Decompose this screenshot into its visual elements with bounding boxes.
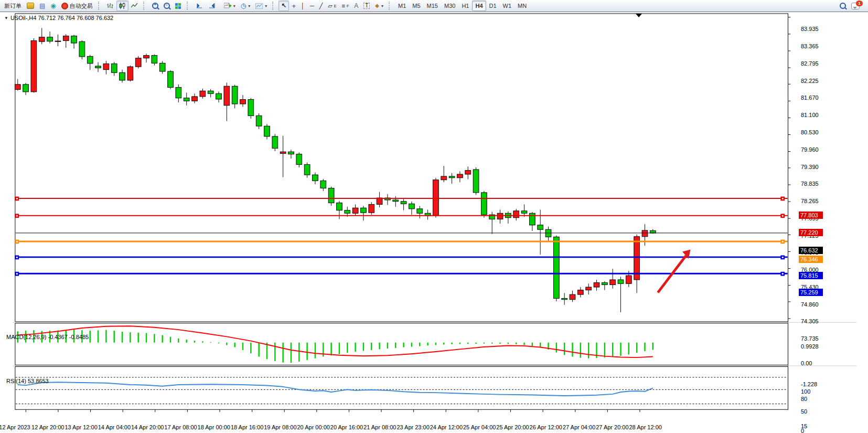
horizontal-line-icon: ─ xyxy=(310,3,314,9)
resistance-1-price-badge: 77.803 xyxy=(799,212,823,219)
support-1-price-badge: 75.815 xyxy=(799,272,823,279)
toolbar-grip[interactable] xyxy=(389,2,392,10)
timeframe-button-m5[interactable]: M5 xyxy=(409,1,423,11)
timeframe-button-m30[interactable]: M30 xyxy=(441,1,458,11)
periods-button[interactable]: ◷ ▾ xyxy=(238,1,253,11)
market-watch-button[interactable]: ▤ xyxy=(37,1,48,11)
candle-body xyxy=(111,64,117,72)
candle xyxy=(441,166,447,182)
candle xyxy=(554,236,560,302)
candle-body xyxy=(232,86,238,104)
rsi-layer xyxy=(16,377,788,404)
pivot-line-price-badge: 76.346 xyxy=(799,256,823,263)
candle-body xyxy=(120,72,125,80)
search-button[interactable] xyxy=(837,1,849,11)
fibonacci-button[interactable]: ≡ F xyxy=(339,1,351,11)
crosshair-icon: + xyxy=(292,3,296,9)
bar-chart-button[interactable] xyxy=(104,1,116,11)
candlestick-chart-icon xyxy=(119,3,126,9)
tile-windows-button[interactable] xyxy=(173,1,184,11)
zoom-in-button[interactable]: + xyxy=(149,1,161,11)
toolbar-grip[interactable] xyxy=(272,2,276,10)
timeframe-button-h1[interactable]: H1 xyxy=(458,1,472,11)
signals-button[interactable]: ◉ xyxy=(48,1,58,11)
text-button[interactable]: A xyxy=(351,1,361,11)
chart-shift-marker-icon[interactable] xyxy=(636,14,642,17)
cursor-icon: ↖ xyxy=(281,3,286,9)
candle xyxy=(192,93,198,103)
candle-body xyxy=(513,211,519,218)
equidistant-channel-icon: ▱ xyxy=(328,3,332,9)
candle xyxy=(135,56,141,69)
chart-shift-button[interactable] xyxy=(206,1,218,11)
candle xyxy=(577,287,583,298)
toolbar-grip[interactable] xyxy=(143,2,147,10)
support-2-handle-dot xyxy=(16,273,18,274)
candle-body xyxy=(577,290,583,294)
candle-body xyxy=(433,180,439,216)
autotrading-button[interactable]: 自动交易 xyxy=(59,1,95,11)
macd-layer xyxy=(18,326,653,363)
price-lines-layer[interactable] xyxy=(15,197,788,276)
fibonacci-icon: ≡ xyxy=(341,3,345,9)
timeframe-button-h4[interactable]: H4 xyxy=(472,1,486,11)
chart-title: ▼ USOil-,H4 76.712 76.764 76.608 76.632 xyxy=(4,15,113,21)
notifications-button[interactable]: 1 xyxy=(849,1,862,11)
trend-arrow-annotation[interactable] xyxy=(658,250,690,293)
candle xyxy=(497,210,503,224)
text-label-button[interactable]: T xyxy=(361,1,372,11)
chart-window: ▼ USOil-,H4 76.712 76.764 76.608 76.632 … xyxy=(0,12,868,433)
candle-body xyxy=(401,202,406,204)
candle-body xyxy=(481,193,487,215)
pivot-line-handle-dot xyxy=(782,241,784,242)
candle-body xyxy=(642,230,648,237)
candle xyxy=(328,187,334,206)
timeframe-button-d1[interactable]: D1 xyxy=(486,1,500,11)
candle xyxy=(602,281,607,290)
equidistant-channel-button[interactable]: ▱ E xyxy=(325,1,339,11)
candle xyxy=(618,277,624,312)
autotrading-icon xyxy=(61,3,68,9)
shapes-icon: ◆ xyxy=(375,3,379,8)
candle xyxy=(103,61,109,75)
symbol-dropdown-icon[interactable]: ▼ xyxy=(4,16,8,20)
dropdown-caret-icon: ▾ xyxy=(233,4,235,8)
candle xyxy=(481,191,487,218)
chat-bubble-icon: 1 xyxy=(851,3,860,9)
toolbar-grip[interactable] xyxy=(187,2,190,10)
resistance-2-handle-dot xyxy=(16,215,18,217)
new-order-button[interactable]: 新订单 xyxy=(2,1,24,11)
candle xyxy=(594,280,599,291)
line-chart-button[interactable] xyxy=(128,1,141,11)
crosshair-button[interactable]: + xyxy=(289,1,298,11)
price-tick-label: 79.390 xyxy=(801,164,819,170)
time-tick-label: 12 Apr 2023 xyxy=(0,424,30,430)
chart-canvas[interactable] xyxy=(0,12,868,433)
horizontal-line-button[interactable]: ─ xyxy=(307,1,317,11)
arrows-button[interactable]: ◆ ▾ xyxy=(372,1,386,11)
zoom-out-button[interactable]: – xyxy=(161,1,173,11)
toolbar-grip[interactable] xyxy=(98,2,102,10)
templates-button[interactable]: ▾ xyxy=(253,1,270,11)
cursor-button[interactable]: ↖ xyxy=(278,1,289,11)
trendline-button[interactable]: ╱ xyxy=(317,1,326,11)
timeframe-button-w1[interactable]: W1 xyxy=(500,1,515,11)
auto-scroll-button[interactable] xyxy=(193,1,206,11)
vertical-line-button[interactable]: │ xyxy=(298,1,307,11)
candle xyxy=(232,85,238,108)
time-tick-label: 28 Apr 12:00 xyxy=(629,424,661,430)
price-tick-label: 79.960 xyxy=(801,146,819,153)
candle-body xyxy=(562,298,567,299)
candle-body xyxy=(288,152,294,154)
timeframe-button-m15[interactable]: M15 xyxy=(424,1,441,11)
timeframe-button-m1[interactable]: M1 xyxy=(395,1,409,11)
order-history-button[interactable] xyxy=(24,1,37,11)
candle xyxy=(377,192,382,207)
indicators-button[interactable]: ▾ xyxy=(221,1,238,11)
candle xyxy=(304,162,310,177)
candle-body xyxy=(103,64,109,69)
profile-icon: ▤ xyxy=(39,3,45,9)
timeframe-button-mn[interactable]: MN xyxy=(515,1,530,11)
candlestick-chart-button[interactable] xyxy=(116,1,128,11)
dropdown-caret-icon: ▾ xyxy=(265,4,267,8)
